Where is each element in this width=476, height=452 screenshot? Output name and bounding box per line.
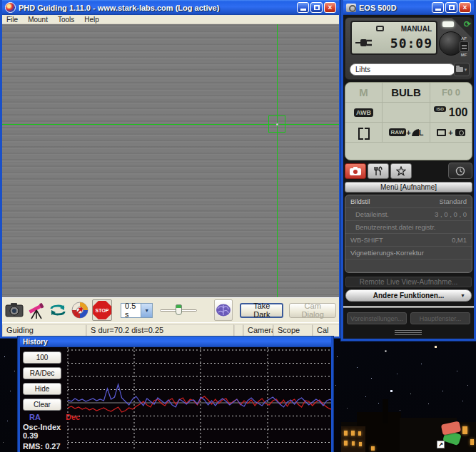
- remote-live-view-button[interactable]: Remote Live View-Aufnahme...: [345, 277, 472, 287]
- preferences-button[interactable]: Voreinstellungen...: [347, 312, 407, 324]
- menu-help[interactable]: Help: [84, 16, 99, 24]
- camera-tab-icon: [350, 167, 361, 175]
- eos-window-title: EOS 500D: [359, 4, 429, 12]
- jpeg-quality-icon: [412, 129, 419, 136]
- eos-tab-bar: [345, 163, 412, 179]
- menu-header: Menü [Aufnahme]: [345, 182, 472, 192]
- save-target[interactable]: +: [430, 123, 472, 142]
- chevron-down-icon: ▼: [464, 68, 468, 72]
- loop-exposures-button[interactable]: [49, 299, 68, 321]
- plus-sign: +: [406, 128, 410, 137]
- menu-tools[interactable]: Tools: [58, 16, 74, 24]
- metering-mode[interactable]: [345, 123, 383, 142]
- rms-value: RMS: 0.27: [23, 442, 61, 450]
- legend-dec: Dec: [66, 413, 80, 421]
- plus-sign: +: [448, 128, 452, 137]
- loop-icon: [49, 303, 67, 317]
- legend-ra: RA: [29, 413, 41, 421]
- take-dark-button[interactable]: Take Dark: [240, 303, 283, 318]
- camera-view[interactable]: [2, 24, 339, 297]
- af-label: AF: [461, 36, 467, 41]
- minimize-button[interactable]: [297, 2, 309, 13]
- iso-setting[interactable]: ISO 100: [430, 103, 472, 122]
- eos-titlebar[interactable]: EOS 500D ×: [343, 0, 474, 15]
- menu-item-detaileinst[interactable]: Detaileinst. 3 , 0 , 0 , 0: [345, 208, 472, 221]
- history-hide-button[interactable]: Hide: [23, 383, 61, 395]
- telescope-connect-button[interactable]: [27, 299, 46, 321]
- exposure-duration-select[interactable]: 0.5 s ▼: [121, 303, 153, 318]
- shutter-speed[interactable]: BULB: [383, 83, 430, 102]
- guide-star: [276, 123, 278, 125]
- iso-value: 100: [449, 106, 468, 119]
- empty-cell: [383, 103, 430, 122]
- focus-switch[interactable]: [460, 41, 469, 52]
- menu-item-wb-shift[interactable]: WB-SHIFT 0,M1: [345, 234, 472, 247]
- stop-button[interactable]: STOP: [92, 299, 112, 321]
- aperture-value[interactable]: F0 0: [430, 83, 472, 102]
- af-mf-switch[interactable]: AF MF: [457, 36, 470, 57]
- menu-item-vignettierung[interactable]: Vignettierungs-Korrektur: [345, 247, 472, 260]
- history-clear-button[interactable]: Clear: [23, 399, 61, 411]
- metering-icon: [358, 128, 370, 137]
- maximize-button[interactable]: [310, 2, 323, 13]
- menu-header-label: Menü [Aufnahme]: [380, 183, 437, 191]
- tab-my-menu[interactable]: [390, 163, 412, 179]
- phd-guiding-window: PHD Guiding 1.11.0 - www.stark-labs.com …: [0, 0, 341, 338]
- folder-icon: [456, 67, 463, 72]
- chevron-down-icon[interactable]: ▼: [141, 304, 152, 317]
- history-scale-button[interactable]: 100: [23, 351, 61, 364]
- star-tab-icon: [396, 166, 406, 176]
- main-window-button[interactable]: Hauptfenster...: [410, 312, 470, 324]
- save-destination-value: Lihts: [355, 66, 370, 73]
- camera-connect-button[interactable]: [5, 299, 24, 321]
- phd-app-icon: [5, 2, 16, 13]
- awb-badge: AWB: [354, 108, 373, 117]
- cam-dialog-button[interactable]: Cam Dialog: [289, 303, 336, 318]
- resize-grip[interactable]: [395, 330, 422, 337]
- shooting-menu-panel: Bildstil Standard Detaileinst. 3 , 0 , 0…: [345, 195, 472, 273]
- eos-body: ⟳ MANUAL 50:09 AF MF: [343, 15, 474, 339]
- eos-app-icon: [346, 4, 356, 12]
- history-graph: [20, 347, 331, 450]
- tab-setup[interactable]: [368, 163, 389, 179]
- folder-button[interactable]: ▼: [454, 63, 470, 76]
- timer-button[interactable]: [448, 163, 472, 179]
- history-mode-button[interactable]: RA/Dec: [23, 367, 61, 379]
- tab-shooting[interactable]: [345, 163, 366, 179]
- shooting-mode[interactable]: M: [345, 83, 383, 102]
- crosshair-horizontal: [2, 124, 339, 125]
- close-button[interactable]: ×: [324, 2, 336, 13]
- maximize-button[interactable]: [445, 2, 457, 13]
- white-balance[interactable]: AWB: [345, 103, 383, 122]
- history-titlebar[interactable]: History: [20, 337, 331, 347]
- stop-label: STOP: [96, 308, 109, 313]
- shortcut-arrow-badge: ↗: [437, 441, 445, 448]
- close-button[interactable]: ×: [459, 2, 471, 13]
- history-client: 100 RA/Dec Hide Clear RA Dec Osc-Index 0…: [20, 347, 331, 450]
- phd-toolbar: STOP 0.5 s ▼ Take Dark Cam Dialog: [2, 297, 339, 322]
- image-quality[interactable]: RAW + L: [383, 123, 430, 142]
- chevron-down-icon: ▼: [460, 293, 465, 298]
- camera-status-panel: ⟳ MANUAL 50:09 AF MF: [345, 17, 472, 80]
- guide-button[interactable]: [71, 299, 90, 321]
- gamma-slider[interactable]: [160, 303, 196, 317]
- menu-mount[interactable]: Mount: [28, 16, 48, 24]
- phd-titlebar[interactable]: PHD Guiding 1.11.0 - www.stark-labs.com …: [2, 0, 339, 15]
- phd-window-title: PHD Guiding 1.11.0 - www.stark-labs.com …: [19, 4, 294, 12]
- other-functions-button[interactable]: Andere Funktionen... ▼: [345, 289, 472, 302]
- menu-file[interactable]: File: [6, 16, 18, 24]
- phd-menubar: File Mount Tools Help: [2, 15, 339, 24]
- menu-item-bildstil[interactable]: Bildstil Standard: [345, 195, 472, 208]
- chimney-silhouette: [383, 399, 388, 423]
- slider-thumb[interactable]: [176, 304, 182, 315]
- telescope-icon: [27, 301, 46, 319]
- menu-item-benutzereinst[interactable]: Benutzereinst.datei registr.: [345, 221, 472, 234]
- separator: [343, 306, 474, 308]
- tools-tab-icon: [373, 166, 383, 176]
- jpeg-size-label: L: [419, 128, 424, 137]
- brain-settings-button[interactable]: [214, 299, 233, 321]
- menu-item-empty: [345, 272, 472, 273]
- minimize-button[interactable]: [432, 2, 444, 13]
- save-destination-field[interactable]: Lihts: [350, 63, 455, 76]
- desktop-shortcut-icon[interactable]: ↗: [435, 422, 468, 451]
